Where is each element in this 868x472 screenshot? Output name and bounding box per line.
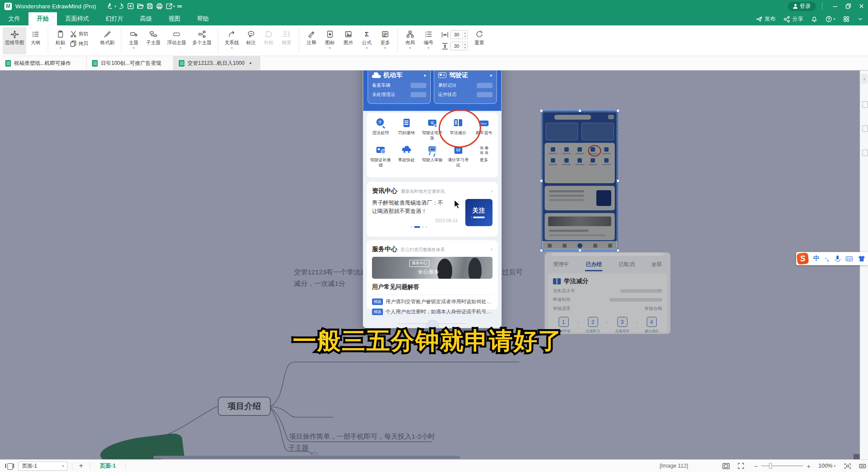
panel-icon[interactable] [862,149,868,156]
paste-button[interactable]: 粘贴 ▾ [51,27,70,54]
help-button[interactable]: ▾ [822,13,838,25]
menu-file[interactable]: 文件 [0,12,28,25]
resize-handle-e[interactable] [616,179,620,182]
doc-tab-2[interactable]: 日引100创...可接广告变现 [87,56,174,70]
subtopic-text-1-right[interactable]: 过后可 [502,268,523,277]
collapse-panel-icon[interactable]: ‹ [861,74,868,84]
active-page-tab[interactable]: 页面-1 [95,462,121,470]
menu-page-style[interactable]: 页面样式 [57,12,97,25]
chevron-right-icon[interactable]: › [491,188,492,194]
page-select-dropdown[interactable]: 页面-1 ▾ [18,461,67,471]
page-overview-icon[interactable] [5,463,14,469]
multi-topic-button[interactable]: 多个主题 [189,27,215,54]
zoom-dropdown-icon[interactable]: ▾ [834,464,836,468]
news-thumbnail[interactable]: 关注 [465,199,492,226]
subtopic-text-1-line2[interactable]: 减分，一次减1分 [294,279,345,288]
redo-icon[interactable] [116,2,126,11]
subtopic-text-4[interactable]: 子主题 [288,444,309,453]
keyboard-icon[interactable] [846,256,853,261]
more-elements-button[interactable]: 更多 ▾ [376,27,394,54]
collapse-chevron-icon[interactable]: ⌃ [658,288,662,294]
minimize-button[interactable] [829,1,842,11]
service-driver-review[interactable]: 驾驶人审验 [419,145,445,168]
stepper-arrows-icon[interactable]: ▲▼ [462,43,468,50]
doc-tab-3-active[interactable]: 交管12123...机日入1000 ● [174,56,260,70]
resize-handle-se[interactable] [616,249,620,252]
service-accident-quick[interactable]: 事故快处 [393,145,419,168]
apps-grid-button[interactable] [840,13,853,25]
cut-button[interactable]: 剪切 [70,30,97,37]
menu-slides[interactable]: 幻灯片 [97,12,132,25]
zoom-in-icon[interactable]: + [803,462,814,470]
pan-mode-button[interactable] [857,461,868,470]
menu-home[interactable]: 开始 [28,12,57,25]
service-center-card[interactable]: 服务中心 匠心打造完整服务体系 › 服务中心 全心服务 用户常见问题解答 精选 … [367,240,498,309]
vehicle-card[interactable]: 机动车 ▸ 备案车辆 未处理违法 [368,67,431,104]
relation-button[interactable]: 关系线 ▾ [221,27,242,54]
undo-icon[interactable] [106,2,115,11]
news-center-card[interactable]: 资讯中心 最新实时地方交通资讯 › 男子醉驾被查甩锅造酒厂：不 让喝酒那就不要造… [367,182,498,237]
layout-button[interactable]: 布局 ▾ [401,27,419,54]
license-card[interactable]: 驾驶证 ▸ 累积记分 证件状态 [434,67,497,104]
horizontal-scrollbar[interactable] [153,456,460,459]
zoom-out-icon[interactable]: − [750,462,761,470]
ime-punctuation[interactable]: ·, [822,255,832,262]
chevron-right-icon[interactable]: › [491,246,492,252]
subtopic-text-3[interactable]: 项目操作简单，一部手机即可，每天投入1-2小时 [289,432,435,441]
stepper-arrows-icon[interactable]: ▲▼ [462,31,468,38]
service-more[interactable]: 更多 [471,145,497,168]
zoom-slider-track[interactable] [761,465,803,466]
menu-help[interactable]: 帮助 [189,12,217,25]
mindmap-mode-button[interactable]: 思维导图 [3,27,26,54]
focus-center-button[interactable] [842,461,853,470]
topic-button[interactable]: 主题 ▾ [124,27,143,54]
service-banner-image[interactable]: 服务中心 全心服务 [372,257,492,279]
tab-cancelled[interactable]: 已取消 [619,261,634,268]
outline-mode-button[interactable]: 大纲 [26,27,45,54]
formula-button[interactable]: Σ 公式 ▾ [358,27,376,54]
vertical-spacing-stepper[interactable]: 30 ▲▼ [450,42,468,50]
quick-access-more-icon[interactable] [175,2,184,11]
zoom-slider[interactable]: − + [750,462,814,470]
resize-handle-sw[interactable] [540,249,543,252]
floating-topic-button[interactable]: 浮动主题 [164,27,189,54]
print-icon[interactable] [155,2,164,11]
service-license-renewal[interactable]: 驾驶证补换领 [368,145,393,168]
subtopic-text-1-line1[interactable]: 交管12123有一个学法减 [294,268,367,277]
ime-chinese-mode[interactable]: 中 [811,255,822,263]
faq-item[interactable]: 精选 个人用户在注册时，如遇本人身份证或手机号码被... [372,309,492,315]
resize-handle-w[interactable] [540,179,543,182]
collapse-ribbon-button[interactable] [854,13,866,25]
service-fine-payment[interactable]: 罚款缴纳 [393,118,419,141]
open-file-icon[interactable] [135,2,145,11]
notifications-button[interactable] [808,13,821,25]
export-icon[interactable] [164,2,174,11]
resize-handle-nw[interactable] [540,109,543,112]
comment-button[interactable]: 注释 [302,27,321,54]
fullscreen-button[interactable] [735,461,747,470]
copy-button[interactable]: 拷贝 [70,40,97,47]
icon-mark-button[interactable]: 图标 ▾ [321,27,339,54]
tab-all[interactable]: 全部 [652,261,662,268]
fit-window-button[interactable] [720,461,732,470]
share-button[interactable]: 分享 [780,13,806,25]
horizontal-spacing-stepper[interactable]: 30 ▲▼ [450,30,468,39]
numbering-button[interactable]: 123 编号 ▾ [419,27,438,54]
save-icon[interactable] [145,2,155,11]
login-button[interactable]: 登录 [788,2,816,11]
add-page-button[interactable]: + [77,461,85,470]
service-illegal-handling[interactable]: 违 违法处理 [368,118,393,141]
microphone-icon[interactable] [835,256,840,262]
service-full-score-study[interactable]: 12 满分学习考试 [445,145,471,168]
skin-icon[interactable] [858,256,865,262]
panel-icon[interactable] [862,101,868,108]
selected-image-node[interactable] [542,111,617,250]
format-painter-button[interactable]: 格式刷 [97,27,118,54]
faq-item[interactable]: 精选 用户遇到交管账户被锁定或者停用时该如何处理? [372,298,492,305]
subtopic-button[interactable]: 子主题 [143,27,164,54]
zoom-level-value[interactable]: 100% [818,463,833,469]
menu-view[interactable]: 视图 [160,12,189,25]
reset-button[interactable]: 重置 [470,27,489,54]
resize-handle-ne[interactable] [616,109,620,112]
publish-button[interactable]: 发布 [753,13,779,25]
